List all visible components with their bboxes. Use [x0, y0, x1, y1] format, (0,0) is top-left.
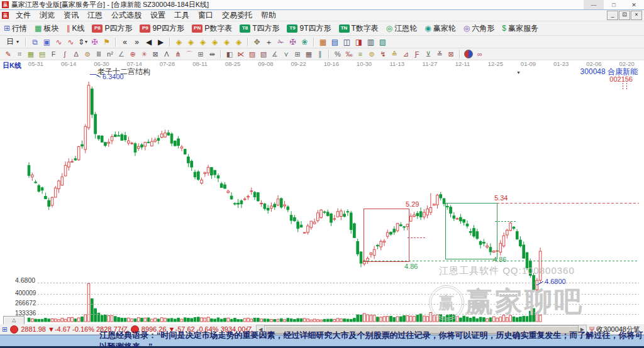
prev-bar[interactable]: ◀	[143, 36, 155, 47]
draw-lightning[interactable]: ↯	[377, 50, 389, 59]
t9-square[interactable]: T99T四方形	[283, 23, 335, 35]
gann-diamond-5[interactable]: ◈	[221, 36, 233, 47]
draw-bars[interactable]: Ⅲ	[93, 50, 104, 59]
menu-help[interactable]: 帮助	[257, 10, 280, 21]
menu-formula-pick[interactable]: 公式选股	[107, 10, 146, 21]
crosshair-add[interactable]: ＋	[263, 36, 275, 47]
last-page[interactable]: »	[131, 36, 143, 47]
menu-tools[interactable]: 工具	[170, 10, 194, 21]
draw-arc[interactable]: ⌒	[184, 50, 195, 59]
draw-n-square[interactable]: n²	[104, 50, 116, 59]
draw-angle[interactable]: ∠	[116, 50, 127, 59]
sector-blocks[interactable]: ▦板块	[31, 23, 62, 35]
p9-square[interactable]: P99P四方形	[136, 23, 188, 35]
gann-diamond-3[interactable]: ◈	[197, 36, 209, 47]
draw-box-x[interactable]: ⊠	[445, 50, 457, 59]
draw-peak-mark[interactable]: Λ	[161, 50, 172, 59]
scissors-tool[interactable]: ✁	[275, 36, 287, 47]
hand-tool[interactable]: ✥	[251, 36, 263, 47]
kline-chart[interactable]: ∥K线	[62, 23, 88, 35]
hexagon-tool[interactable]: ◎六角形	[460, 23, 498, 35]
next-bar[interactable]: ▶	[155, 36, 167, 47]
draw-check[interactable]: ⋎	[280, 50, 292, 59]
draw-box-grid[interactable]: ⊞	[195, 50, 206, 59]
draw-half-box[interactable]: ◧	[224, 50, 235, 59]
p-number-table[interactable]: PNP数字表	[188, 23, 236, 35]
quote-grid-icon[interactable]: ⊞	[2, 325, 8, 334]
save-disk[interactable]: ◨	[353, 36, 365, 47]
draw-levels[interactable]: ≡	[355, 50, 366, 59]
glasses-tool[interactable]: ✠	[287, 36, 299, 47]
menu-trade[interactable]: 交易委托	[218, 10, 257, 21]
taiji-tool[interactable]	[463, 50, 474, 59]
draw-parallel[interactable]: ∥	[314, 50, 326, 59]
draw-fibo-f[interactable]: F	[48, 50, 59, 59]
draw-percent[interactable]: %	[332, 50, 343, 59]
window-cascade[interactable]: ⧉	[29, 36, 41, 47]
draw-spiral[interactable]: ʃ	[59, 50, 70, 59]
gann-wheel[interactable]: ◎江恩轮	[382, 23, 421, 35]
draw-angle2[interactable]: ∡	[269, 50, 280, 59]
draw-grid-green[interactable]: ▦	[25, 50, 36, 59]
t-number-table[interactable]: TNT数字表	[335, 23, 382, 35]
draw-boxed-x[interactable]: ⊠	[150, 50, 161, 59]
menu-news[interactable]: 资讯	[59, 10, 83, 21]
line-chart-small[interactable]: ∿	[53, 36, 65, 47]
draw-fan[interactable]: ⋉	[235, 50, 247, 59]
flower-tool[interactable]: ❀	[299, 36, 311, 47]
gann-diamond-1[interactable]: ◈	[173, 36, 185, 47]
draw-grid-green2[interactable]: ▤	[36, 50, 48, 59]
mdi-minimize-button[interactable]: _	[607, 11, 618, 20]
draw-hatch[interactable]: ⌗	[14, 50, 25, 59]
printer-tool[interactable]: ▥	[365, 36, 377, 47]
export-tool[interactable]: ▨	[377, 36, 389, 47]
draw-starburst[interactable]: ✳	[138, 50, 150, 59]
t-square[interactable]: T8T四方形	[236, 23, 283, 35]
gann-diamond-6[interactable]: ◈	[233, 36, 245, 47]
restore-button[interactable]: □	[604, 0, 624, 9]
menu-file[interactable]: 文件	[11, 10, 35, 21]
mdi-restore-button[interactable]: ⊡	[619, 11, 630, 20]
draw-permille[interactable]: ‰	[343, 50, 355, 59]
menu-browse[interactable]: 浏览	[35, 10, 59, 21]
draw-circle-center[interactable]: ⊜	[82, 50, 93, 59]
draw-time-cycle[interactable]: ⋔	[172, 50, 184, 59]
draw-f-line[interactable]: Ƒ	[411, 50, 423, 59]
candle-style[interactable]: ⇕▾	[77, 36, 89, 47]
draw-grid3[interactable]: ▦	[303, 50, 314, 59]
first-page[interactable]: «	[119, 36, 131, 47]
line-chart-small2[interactable]: ∿	[65, 36, 77, 47]
sse-index-icon[interactable]	[10, 325, 18, 334]
period-day[interactable]: 日▾	[3, 36, 23, 48]
menu-window[interactable]: 窗口	[194, 10, 218, 21]
infinity-tool[interactable]: ∞	[474, 50, 486, 59]
gann-diamond-2[interactable]: ◈	[185, 36, 197, 47]
draw-triangle[interactable]: ∆	[70, 50, 82, 59]
draw-shade-box[interactable]: ▨	[247, 50, 258, 59]
draw-resist[interactable]: ≚	[434, 50, 445, 59]
p-square[interactable]: P8P四方形	[88, 23, 136, 35]
close-button[interactable]: ✕	[624, 0, 644, 9]
market-quotes[interactable]: ⊞行情	[0, 23, 31, 35]
draw-gold-circle[interactable]: ⊜	[366, 50, 377, 59]
overlay-glasses[interactable]: ✠	[89, 36, 101, 47]
save-layout[interactable]: ◫	[341, 36, 353, 47]
gann-diamond-4[interactable]: ◈	[209, 36, 221, 47]
pane-expand-button[interactable]: △	[3, 316, 25, 324]
mdi-close-button[interactable]: ×	[631, 11, 642, 20]
window-tile[interactable]: ▣	[41, 36, 53, 47]
draw-wedge[interactable]: ⊿	[400, 50, 411, 59]
chart-area[interactable]: 05-3106-1406-3007-1407-2808-1108-2509-08…	[0, 60, 644, 324]
draw-pen[interactable]: ✎	[3, 50, 14, 59]
draw-gann-circle[interactable]: ⊕	[127, 50, 138, 59]
winner-wheel[interactable]: ◉赢家轮	[421, 23, 459, 35]
draw-shade-box2[interactable]: ▧	[258, 50, 269, 59]
winner-service[interactable]: $赢家服务	[498, 23, 542, 35]
menu-settings[interactable]: 设置	[146, 10, 170, 21]
calculator-tool[interactable]: ▤	[329, 36, 341, 47]
draw-trend[interactable]: ⊻	[423, 50, 434, 59]
draw-grid2[interactable]: ⊞	[292, 50, 303, 59]
draw-gold-line[interactable]: ≙	[389, 50, 400, 59]
minimize-button[interactable]: —	[584, 0, 604, 9]
draw-arrows-lr[interactable]: ⇹	[206, 50, 218, 59]
